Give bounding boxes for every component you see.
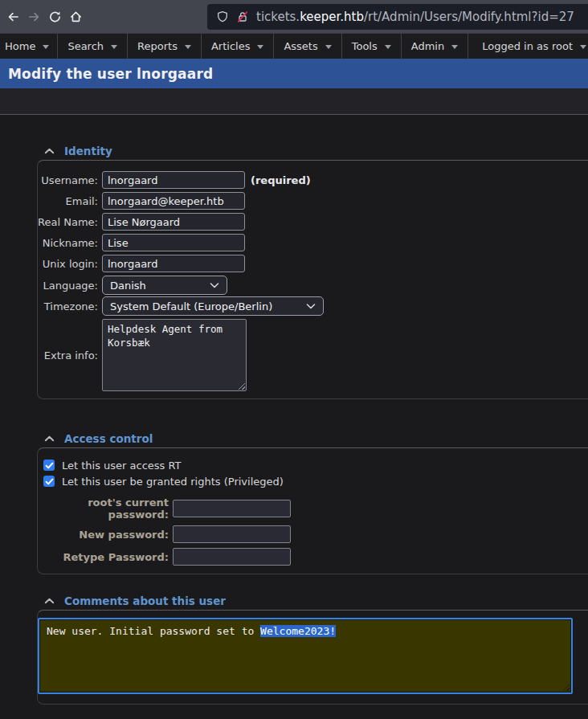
checkmark-icon xyxy=(45,462,54,469)
unix-login-row: Unix login: xyxy=(38,255,588,272)
chevron-up-icon xyxy=(44,598,55,604)
extra-info-label: Extra info: xyxy=(38,349,98,362)
chevron-up-icon xyxy=(44,148,55,154)
new-password-label: New password: xyxy=(38,529,169,541)
home-icon xyxy=(69,10,83,23)
nav-label: Articles xyxy=(211,40,250,52)
nav-label: Home xyxy=(5,40,35,52)
nav-label: Tools xyxy=(352,40,378,52)
new-password-row: New password: xyxy=(38,525,588,543)
root-password-row: root's current password: xyxy=(38,496,588,521)
caret-down-icon xyxy=(43,45,49,49)
caret-down-icon xyxy=(257,45,263,49)
forward-icon xyxy=(27,10,41,23)
privileged-checkbox-row: Let this user be granted rights (Privile… xyxy=(38,473,588,489)
page-title: Modify the user lnorgaard xyxy=(8,66,213,82)
comments-section: Comments about this user New user. Initi… xyxy=(37,594,588,705)
nav-item-admin[interactable]: Admin xyxy=(402,34,468,59)
timezone-select[interactable]: System Default (Europe/Berlin) xyxy=(102,296,324,316)
password-fields: root's current password: New password: R… xyxy=(38,496,588,566)
caret-down-icon xyxy=(325,45,332,49)
caret-down-icon xyxy=(185,45,191,49)
extra-info-textarea[interactable]: Helpdesk Agent from Korsbæk xyxy=(102,319,247,391)
language-select[interactable]: Danish xyxy=(102,276,227,295)
language-row: Language: Danish xyxy=(38,276,588,295)
language-selected-value: Danish xyxy=(110,280,146,292)
timezone-row: Timezone: System Default (Europe/Berlin) xyxy=(38,296,588,316)
url-prefix: tickets. xyxy=(256,10,300,24)
chevron-down-icon xyxy=(210,283,219,288)
email-label: Email: xyxy=(38,195,98,207)
caret-down-icon xyxy=(580,45,586,49)
nickname-label: Nickname: xyxy=(38,237,98,249)
new-password-input[interactable] xyxy=(173,525,291,543)
access-control-section: Access control Let this user access RT L… xyxy=(37,431,588,574)
user-comments-textarea[interactable]: New user. Initial password set to Welcom… xyxy=(38,618,573,694)
real-name-input[interactable] xyxy=(102,213,245,231)
root-password-label: root's current password: xyxy=(38,496,169,521)
nav-label: Search xyxy=(67,40,104,52)
timezone-selected-value: System Default (Europe/Berlin) xyxy=(110,300,272,313)
back-button[interactable] xyxy=(2,6,23,27)
identity-box: Username: (required) Email: Real Name: N… xyxy=(37,160,588,399)
identity-section: Identity Username: (required) Email: Rea… xyxy=(37,144,588,399)
unix-login-label: Unix login: xyxy=(38,258,98,270)
comments-section-title: Comments about this user xyxy=(64,594,226,607)
real-name-label: Real Name: xyxy=(38,216,98,228)
shield-icon[interactable] xyxy=(216,10,229,23)
nav-label: Admin xyxy=(411,40,444,52)
retype-password-row: Retype Password: xyxy=(38,548,588,566)
page-banner: Modify the user lnorgaard xyxy=(0,59,588,88)
nav-label: Logged in as root xyxy=(482,40,573,52)
url-text: tickets.keeper.htb/rt/Admin/Users/Modify… xyxy=(256,10,574,24)
nav-item-home[interactable]: Home xyxy=(0,34,58,59)
retype-password-label: Retype Password: xyxy=(38,551,169,563)
back-icon xyxy=(6,10,20,23)
identity-section-title: Identity xyxy=(64,145,112,157)
access-rt-checkbox[interactable] xyxy=(43,460,55,471)
timezone-label: Timezone: xyxy=(38,300,98,313)
access-control-section-title: Access control xyxy=(64,432,153,445)
retype-password-input[interactable] xyxy=(173,548,291,566)
nav-item-tools[interactable]: Tools xyxy=(342,34,402,59)
access-rt-checkbox-label[interactable]: Let this user access RT xyxy=(62,460,182,472)
unix-login-input[interactable] xyxy=(102,255,245,272)
url-host: keeper.htb xyxy=(300,10,364,24)
access-rt-checkbox-row: Let this user access RT xyxy=(38,457,588,473)
url-bar[interactable]: tickets.keeper.htb/rt/Admin/Users/Modify… xyxy=(207,4,588,30)
nav-label: Reports xyxy=(137,40,178,52)
resize-grip-icon[interactable] xyxy=(561,683,570,691)
real-name-row: Real Name: xyxy=(38,213,588,231)
refresh-button[interactable] xyxy=(44,6,65,27)
nav-label: Assets xyxy=(284,40,317,52)
nickname-row: Nickname: xyxy=(38,234,588,251)
chevron-up-icon xyxy=(44,435,55,442)
username-input[interactable] xyxy=(102,171,245,189)
nav-item-search[interactable]: Search xyxy=(58,34,128,59)
access-control-box: Let this user access RT Let this user be… xyxy=(37,447,588,574)
root-password-input[interactable] xyxy=(173,500,291,517)
access-control-section-header[interactable]: Access control xyxy=(37,431,588,445)
nav-item-articles[interactable]: Articles xyxy=(202,34,274,59)
header-substrip xyxy=(0,88,588,115)
email-row: Email: xyxy=(38,192,588,210)
nav-item-logged-in-as-root[interactable]: Logged in as root xyxy=(468,34,588,59)
email-input[interactable] xyxy=(102,192,245,210)
browser-toolbar: tickets.keeper.htb/rt/Admin/Users/Modify… xyxy=(0,0,588,33)
home-button[interactable] xyxy=(65,6,86,27)
identity-section-header[interactable]: Identity xyxy=(37,144,588,157)
privileged-checkbox[interactable] xyxy=(43,476,55,487)
comments-section-header[interactable]: Comments about this user xyxy=(37,594,588,607)
refresh-icon xyxy=(48,10,62,23)
url-path: /rt/Admin/Users/Modify.html?id=27 xyxy=(364,10,574,24)
caret-down-icon xyxy=(111,45,117,49)
rt-nav-bar: Home Search Reports Articles Assets Tool… xyxy=(0,33,588,59)
forward-button[interactable] xyxy=(23,6,44,27)
privileged-checkbox-label[interactable]: Let this user be granted rights (Privile… xyxy=(62,476,284,488)
username-row: Username: (required) xyxy=(38,171,588,189)
nickname-input[interactable] xyxy=(102,234,245,251)
required-note: (required) xyxy=(251,174,311,186)
nav-item-reports[interactable]: Reports xyxy=(128,34,202,59)
nav-item-assets[interactable]: Assets xyxy=(274,34,341,59)
lock-slash-icon[interactable] xyxy=(236,10,249,23)
